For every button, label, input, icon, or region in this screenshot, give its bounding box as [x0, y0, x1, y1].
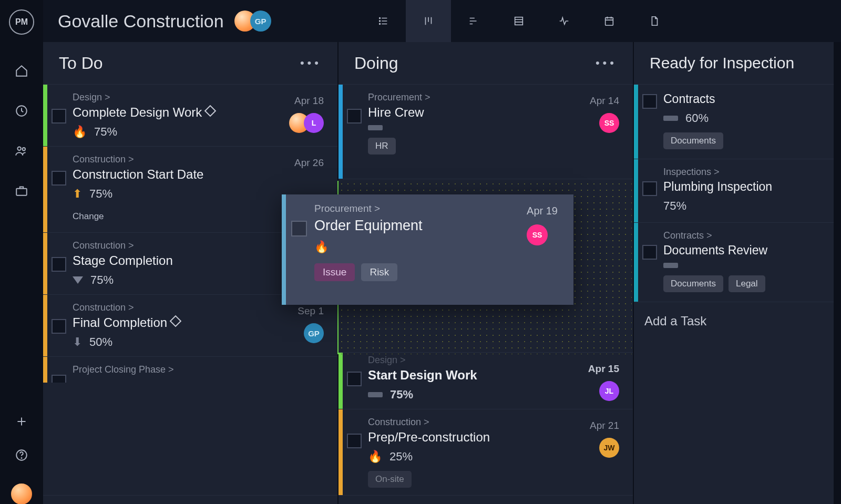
task-checkbox[interactable]: [642, 94, 657, 109]
task-card[interactable]: Contracts 60% Documents: [634, 84, 834, 159]
add-task-button[interactable]: Add a Task +: [339, 495, 633, 504]
assignee-avatar[interactable]: JL: [599, 381, 619, 401]
task-progress: 25%: [389, 450, 413, 464]
file-view-button[interactable]: [632, 0, 677, 42]
task-tag[interactable]: Documents: [663, 132, 723, 149]
assignee-avatar[interactable]: L: [304, 113, 324, 133]
task-checkbox[interactable]: [52, 375, 66, 383]
task-checkbox[interactable]: [347, 434, 362, 448]
app-logo[interactable]: PM: [9, 9, 34, 35]
task-card[interactable]: Procurement > Hire Crew HR Apr 14 SS: [339, 84, 633, 179]
task-breadcrumb[interactable]: Procurement >: [314, 203, 560, 214]
task-tag[interactable]: Documents: [663, 275, 723, 292]
task-checkbox[interactable]: [52, 171, 66, 186]
svg-point-5: [21, 458, 22, 458]
assignee-avatar[interactable]: SS: [599, 113, 619, 133]
card-stripe: [339, 85, 343, 179]
card-stripe: [634, 85, 638, 159]
home-icon[interactable]: [15, 64, 28, 80]
project-members[interactable]: GP: [240, 11, 271, 32]
column-ready: Ready for Inspection Contracts 60% Docum…: [634, 42, 834, 504]
assignee-avatar[interactable]: JW: [599, 438, 619, 458]
task-tag[interactable]: On-site: [368, 471, 412, 488]
task-checkbox[interactable]: [347, 109, 362, 124]
column-menu-button[interactable]: •••: [596, 56, 617, 70]
task-checkbox[interactable]: [642, 245, 657, 260]
task-checkbox[interactable]: [347, 372, 362, 386]
add-icon[interactable]: [15, 415, 28, 430]
card-stripe: [43, 85, 47, 146]
column-title: To Do: [59, 54, 103, 73]
gantt-view-button[interactable]: [451, 0, 496, 42]
calendar-view-button[interactable]: [587, 0, 632, 42]
add-task-button[interactable]: Add a Task: [634, 302, 834, 340]
card-stripe: [339, 353, 343, 409]
task-progress: 50%: [89, 335, 112, 349]
people-icon[interactable]: [15, 144, 28, 160]
task-progress: 75%: [390, 388, 413, 402]
task-breadcrumb[interactable]: Contracts >: [663, 230, 820, 241]
topbar: Govalle Construction GP: [43, 0, 841, 42]
milestone-icon: [204, 105, 217, 117]
task-title: Final Completion: [73, 315, 324, 330]
minibar-icon: [663, 116, 678, 121]
card-stripe: [282, 194, 286, 305]
member-avatar[interactable]: GP: [250, 11, 271, 32]
assignee-avatar[interactable]: GP: [304, 323, 324, 343]
task-tag[interactable]: Issue: [314, 263, 355, 281]
table-view-button[interactable]: [496, 0, 541, 42]
task-card[interactable]: Contracts > Documents Review Documents L…: [634, 222, 834, 302]
task-card[interactable]: Design > Start Design Work 75% Apr 15 JL: [339, 352, 633, 409]
task-title: Start Design Work: [368, 368, 619, 383]
task-title: Hire Crew: [368, 105, 619, 120]
task-card[interactable]: Project Closing Phase >: [43, 356, 337, 383]
task-breadcrumb[interactable]: Project Closing Phase >: [73, 364, 324, 375]
task-breadcrumb[interactable]: Design >: [368, 355, 619, 366]
assignee-avatar[interactable]: SS: [527, 224, 548, 245]
task-checkbox[interactable]: [52, 319, 66, 334]
task-checkbox[interactable]: [291, 221, 307, 236]
current-user-avatar[interactable]: [9, 482, 34, 504]
board-view-button[interactable]: [406, 0, 451, 42]
task-card[interactable]: Design > Complete Design Work 🔥 75% Apr …: [43, 84, 337, 146]
task-tag[interactable]: HR: [368, 138, 396, 155]
task-breadcrumb[interactable]: Inspections >: [663, 167, 820, 178]
task-card[interactable]: Construction > Prep/Pre-construction 🔥 2…: [339, 409, 633, 495]
card-stripe: [43, 357, 47, 383]
dragging-task-card[interactable]: Procurement > Order Equipment 🔥 Issue Ri…: [282, 194, 573, 305]
task-checkbox[interactable]: [52, 257, 66, 272]
task-progress: 75%: [89, 187, 112, 201]
briefcase-icon[interactable]: [15, 184, 28, 200]
column-menu-button[interactable]: •••: [300, 56, 322, 70]
card-stripe: [43, 233, 47, 294]
activity-view-button[interactable]: [541, 0, 587, 42]
minibar-icon: [663, 263, 678, 268]
task-tag[interactable]: Legal: [729, 275, 765, 292]
task-checkbox[interactable]: [52, 109, 66, 124]
card-stripe: [339, 409, 343, 495]
column-title: Doing: [354, 54, 398, 73]
list-view-button[interactable]: [361, 0, 406, 42]
task-breadcrumb[interactable]: Construction >: [73, 154, 324, 165]
task-breadcrumb[interactable]: Procurement >: [368, 92, 619, 103]
help-icon[interactable]: [15, 448, 28, 464]
task-breadcrumb[interactable]: Design >: [73, 92, 324, 103]
svg-point-7: [379, 20, 380, 22]
task-title: Plumbing Inspection: [663, 180, 820, 194]
clock-icon[interactable]: [15, 104, 28, 120]
main-area: Govalle Construction GP To Do •••: [43, 0, 841, 504]
svg-point-6: [379, 18, 380, 19]
task-progress: 75%: [94, 125, 117, 139]
task-card[interactable]: Inspections > Plumbing Inspection 75%: [634, 159, 834, 222]
project-title: Govalle Construction: [58, 11, 224, 32]
add-task-button[interactable]: Add a Task +: [43, 495, 337, 504]
task-tag[interactable]: Change: [73, 208, 111, 225]
task-date: Apr 15: [588, 363, 619, 375]
task-tag[interactable]: Risk: [361, 263, 397, 281]
task-breadcrumb[interactable]: Construction >: [368, 417, 619, 428]
column-title: Ready for Inspection: [650, 54, 794, 72]
arrow-down-icon: ⬇: [73, 335, 82, 349]
task-checkbox[interactable]: [642, 181, 657, 196]
triangle-down-icon: [73, 276, 83, 284]
card-stripe: [43, 295, 47, 356]
